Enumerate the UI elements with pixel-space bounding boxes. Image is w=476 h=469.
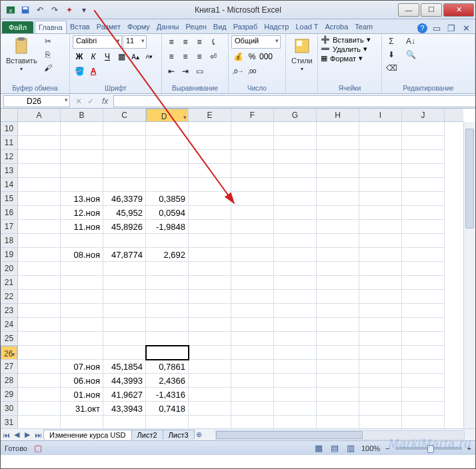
sheet-tab[interactable]: Лист3	[163, 430, 195, 440]
cell[interactable]	[274, 332, 317, 346]
cell[interactable]: 31.окт	[61, 402, 103, 416]
cell[interactable]	[359, 416, 402, 430]
row-header[interactable]: 11	[1, 136, 17, 150]
column-header[interactable]: G	[274, 109, 317, 121]
row-header[interactable]: 28	[1, 374, 17, 388]
comma-icon[interactable]: 000	[259, 50, 273, 63]
column-header[interactable]: F	[231, 109, 274, 121]
cell[interactable]	[402, 290, 445, 304]
align-middle-icon[interactable]: ≡	[179, 35, 192, 49]
cell[interactable]	[317, 360, 359, 374]
cell[interactable]	[359, 178, 402, 192]
cell[interactable]: 08.ноя	[61, 248, 103, 262]
name-box[interactable]: D26	[3, 95, 70, 107]
cell[interactable]	[103, 290, 146, 304]
shrink-font-icon[interactable]: A▾	[143, 50, 156, 63]
cell[interactable]	[103, 332, 146, 346]
cell[interactable]	[61, 416, 103, 430]
cell[interactable]	[359, 346, 402, 360]
cell[interactable]	[274, 192, 317, 206]
row-header[interactable]: 12	[1, 150, 17, 164]
cell[interactable]	[359, 220, 402, 234]
copy-icon[interactable]: ⎘	[41, 49, 55, 61]
cell[interactable]	[103, 150, 146, 164]
row-header[interactable]: 23	[1, 304, 17, 318]
cell[interactable]	[189, 374, 231, 388]
cell[interactable]	[402, 318, 445, 332]
zoom-level[interactable]: 100%	[361, 444, 380, 452]
cell[interactable]	[274, 262, 317, 276]
cell[interactable]	[317, 262, 359, 276]
cell[interactable]	[231, 332, 274, 346]
cell[interactable]	[18, 332, 61, 346]
cell[interactable]	[359, 360, 402, 374]
cell[interactable]	[402, 276, 445, 290]
row-header[interactable]: 13	[1, 164, 17, 178]
cell[interactable]	[402, 388, 445, 402]
find-select-icon[interactable]: 🔍	[402, 49, 419, 61]
cell[interactable]	[274, 402, 317, 416]
cell[interactable]: 41,9627	[103, 388, 146, 402]
column-header[interactable]: H	[317, 109, 359, 121]
cell[interactable]	[231, 220, 274, 234]
fx-icon[interactable]: fx	[97, 97, 113, 106]
cell[interactable]	[231, 192, 274, 206]
clear-icon[interactable]: ⌫	[385, 62, 398, 74]
cell[interactable]	[317, 248, 359, 262]
macro-record-icon[interactable]: ▢	[33, 443, 43, 454]
ribbon-tab[interactable]: Главна	[35, 21, 67, 33]
cell[interactable]	[402, 220, 445, 234]
page-layout-view-icon[interactable]: ▤	[329, 443, 340, 454]
cell[interactable]	[189, 318, 231, 332]
cell[interactable]	[274, 416, 317, 430]
cell[interactable]: 13.ноя	[61, 192, 103, 206]
cell[interactable]	[61, 304, 103, 318]
ribbon-tab[interactable]: Вид	[210, 21, 230, 33]
cell[interactable]	[231, 304, 274, 318]
cell[interactable]: 47,8774	[103, 248, 146, 262]
row-header[interactable]: 30	[1, 402, 17, 416]
cell[interactable]	[402, 304, 445, 318]
border-button[interactable]: ▦	[115, 50, 128, 63]
cell[interactable]	[231, 206, 274, 220]
cell[interactable]: 44,3993	[103, 374, 146, 388]
cell[interactable]	[317, 402, 359, 416]
cell[interactable]	[402, 164, 445, 178]
ribbon-tab[interactable]: Team	[351, 21, 376, 33]
cell[interactable]	[359, 164, 402, 178]
cell[interactable]: 43,3943	[103, 402, 146, 416]
align-left-icon[interactable]: ≡	[165, 50, 178, 63]
cell[interactable]	[274, 178, 317, 192]
cell[interactable]	[146, 304, 189, 318]
page-break-view-icon[interactable]: ▥	[345, 443, 356, 454]
cell[interactable]	[18, 304, 61, 318]
cell[interactable]	[274, 304, 317, 318]
cell[interactable]	[18, 416, 61, 430]
cell[interactable]	[146, 234, 189, 248]
cell[interactable]	[189, 332, 231, 346]
cell[interactable]	[317, 374, 359, 388]
row-header[interactable]: 21	[1, 276, 17, 290]
cell[interactable]	[61, 122, 103, 136]
cell[interactable]: 45,1854	[103, 360, 146, 374]
cell[interactable]	[103, 136, 146, 150]
vertical-scrollbar[interactable]	[463, 122, 475, 428]
font-color-button[interactable]: A	[87, 65, 100, 78]
cell[interactable]	[274, 220, 317, 234]
cell[interactable]	[231, 234, 274, 248]
help-icon[interactable]: ?	[417, 23, 427, 33]
cell[interactable]: 12.ноя	[61, 206, 103, 220]
fill-color-button[interactable]: 🪣	[73, 65, 86, 78]
cell[interactable]	[359, 206, 402, 220]
prev-sheet-icon[interactable]: ◀	[11, 430, 22, 440]
cell[interactable]	[402, 416, 445, 430]
cancel-formula-icon[interactable]: ✕	[73, 97, 85, 106]
cell[interactable]	[359, 290, 402, 304]
cell[interactable]	[146, 164, 189, 178]
save-icon[interactable]	[19, 4, 31, 16]
cell[interactable]	[359, 150, 402, 164]
font-name-select[interactable]: Calibri	[73, 35, 122, 49]
new-sheet-icon[interactable]: ⊕	[194, 430, 205, 440]
cell[interactable]: 2,4366	[146, 374, 189, 388]
first-sheet-icon[interactable]: ⏮	[1, 430, 11, 440]
